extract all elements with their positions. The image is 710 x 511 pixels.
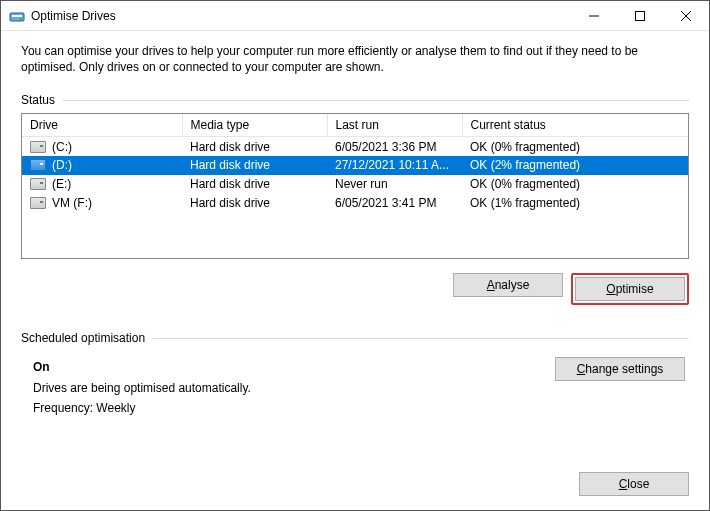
cell-media-type: Hard disk drive — [182, 175, 327, 194]
svg-rect-1 — [12, 15, 22, 17]
col-media-type[interactable]: Media type — [182, 114, 327, 137]
cell-current-status: OK (1% fragmented) — [462, 194, 688, 213]
drive-label: (C:) — [52, 140, 72, 154]
cell-media-type: Hard disk drive — [182, 156, 327, 175]
cell-last-run: 6/05/2021 3:36 PM — [327, 137, 462, 156]
drive-icon — [30, 159, 46, 171]
window-title: Optimise Drives — [31, 9, 571, 23]
scheduled-heading: Scheduled optimisation — [21, 331, 689, 345]
drives-table-container: Drive Media type Last run Current status… — [21, 113, 689, 259]
app-icon — [9, 8, 25, 24]
svg-rect-4 — [636, 11, 645, 20]
drive-icon — [30, 178, 46, 190]
cell-last-run: 27/12/2021 10:11 A... — [327, 156, 462, 175]
cell-current-status: OK (0% fragmented) — [462, 137, 688, 156]
cell-media-type: Hard disk drive — [182, 194, 327, 213]
content-area: You can optimise your drives to help you… — [1, 31, 709, 510]
scheduled-body: On Drives are being optimised automatica… — [21, 351, 689, 418]
cell-current-status: OK (0% fragmented) — [462, 175, 688, 194]
minimize-button[interactable] — [571, 1, 617, 30]
table-header-row: Drive Media type Last run Current status — [22, 114, 688, 137]
status-heading-label: Status — [21, 93, 55, 107]
table-row[interactable]: (D:)Hard disk drive27/12/2021 10:11 A...… — [22, 156, 688, 175]
drive-label: (D:) — [52, 158, 72, 172]
cell-drive: (C:) — [22, 137, 182, 156]
actions-row: Analyse Optimise — [21, 273, 689, 305]
scheduled-heading-label: Scheduled optimisation — [21, 331, 145, 345]
table-row[interactable]: (C:)Hard disk drive6/05/2021 3:36 PMOK (… — [22, 137, 688, 156]
cell-drive: (E:) — [22, 175, 182, 194]
col-last-run[interactable]: Last run — [327, 114, 462, 137]
optimise-button[interactable]: Optimise — [575, 277, 685, 301]
divider — [63, 100, 689, 101]
status-heading: Status — [21, 93, 689, 107]
cell-drive: (D:) — [22, 156, 182, 175]
optimise-drives-window: Optimise Drives You can optimise your dr… — [0, 0, 710, 511]
drive-icon — [30, 141, 46, 153]
table-row[interactable]: VM (F:)Hard disk drive6/05/2021 3:41 PMO… — [22, 194, 688, 213]
footer: Close — [21, 460, 689, 496]
cell-current-status: OK (2% fragmented) — [462, 156, 688, 175]
cell-media-type: Hard disk drive — [182, 137, 327, 156]
scheduled-desc: Drives are being optimised automatically… — [33, 378, 539, 398]
table-row[interactable]: (E:)Hard disk driveNever runOK (0% fragm… — [22, 175, 688, 194]
svg-point-2 — [20, 18, 22, 20]
col-current-status[interactable]: Current status — [462, 114, 688, 137]
scheduled-frequency: Frequency: Weekly — [33, 398, 539, 418]
optimise-highlight: Optimise — [571, 273, 689, 305]
close-button[interactable] — [663, 1, 709, 30]
maximize-button[interactable] — [617, 1, 663, 30]
scheduled-info: On Drives are being optimised automatica… — [33, 357, 539, 418]
drives-table[interactable]: Drive Media type Last run Current status… — [22, 114, 688, 213]
cell-drive: VM (F:) — [22, 194, 182, 213]
titlebar: Optimise Drives — [1, 1, 709, 31]
close-dialog-button[interactable]: Close — [579, 472, 689, 496]
drive-icon — [30, 197, 46, 209]
drive-label: (E:) — [52, 177, 71, 191]
scheduled-state: On — [33, 357, 539, 377]
cell-last-run: Never run — [327, 175, 462, 194]
window-controls — [571, 1, 709, 30]
col-drive[interactable]: Drive — [22, 114, 182, 137]
change-settings-button[interactable]: Change settings — [555, 357, 685, 381]
divider — [153, 338, 689, 339]
scheduled-section: Scheduled optimisation On Drives are bei… — [21, 331, 689, 418]
intro-text: You can optimise your drives to help you… — [21, 43, 689, 75]
analyse-button[interactable]: Analyse — [453, 273, 563, 297]
drive-label: VM (F:) — [52, 196, 92, 210]
cell-last-run: 6/05/2021 3:41 PM — [327, 194, 462, 213]
